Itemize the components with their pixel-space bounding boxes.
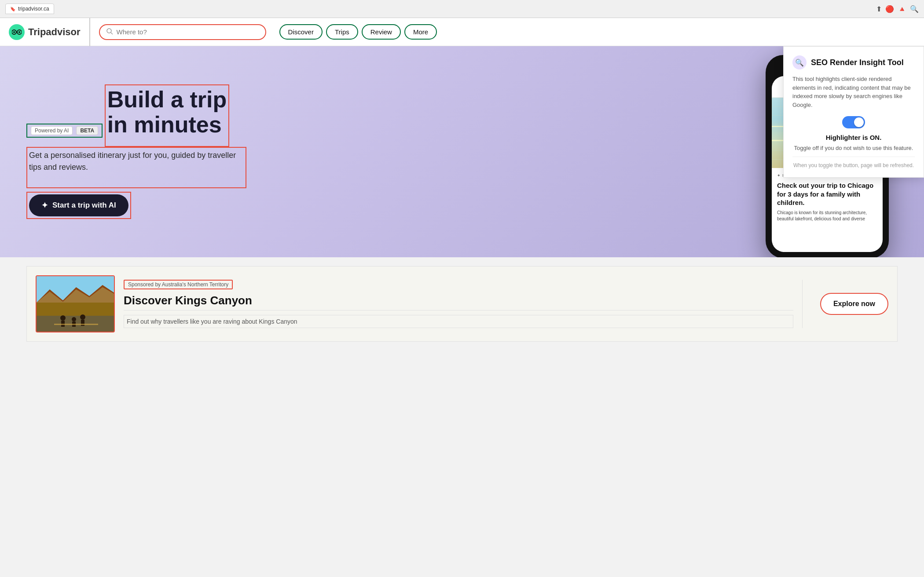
main-content: Powered by AI BETA Build a trip in minut… [0, 46, 924, 257]
svg-point-13 [72, 317, 76, 321]
tripadvisor-logo-icon [9, 24, 25, 40]
svg-point-2 [13, 31, 15, 33]
hero-title-wrapper: Build a trip in minutes [105, 84, 230, 147]
search-bar[interactable] [99, 24, 266, 40]
ad-section: Sponsored by Australia's Northern Territ… [26, 266, 898, 342]
hero-cta-wrapper: ✦ Start a trip with AI [26, 192, 131, 219]
browser-chrome: 🔖 tripadvisor.ca ⬆ 🔴 🔺 🔍 [0, 0, 924, 18]
ai-icon: ✦ [41, 201, 48, 210]
nav-more-button[interactable]: More [404, 24, 437, 40]
nav-buttons: Discover Trips Review More [279, 24, 437, 40]
svg-point-3 [18, 31, 20, 33]
hero-title: Build a trip in minutes [107, 87, 227, 137]
ad-description: Find out why travellers like you are rav… [124, 315, 793, 328]
svg-rect-17 [54, 324, 98, 325]
warning-button[interactable]: 🔺 [898, 5, 906, 13]
svg-point-4 [107, 29, 111, 33]
phone-content-title: Check out your trip to Chicago for 3 day… [777, 181, 877, 207]
hero-title-line1: Build a trip [107, 87, 227, 112]
extensions-button[interactable]: 🔴 [885, 5, 894, 13]
tab-url: tripadvisor.ca [18, 6, 49, 12]
seo-refresh-note: When you toggle the button, page will be… [792, 162, 915, 168]
toggle-knob [854, 117, 864, 127]
ad-section-wrapper: Sponsored by Australia's Northern Territ… [0, 257, 924, 351]
badge-beta: BETA [76, 126, 98, 135]
browser-tab[interactable]: 🔖 tripadvisor.ca [5, 4, 54, 14]
ad-image [36, 275, 115, 332]
hero-subtitle: Get a personalised itinerary just for yo… [29, 150, 244, 173]
badge-powered-by-ai: Powered by AI [31, 126, 73, 135]
hero-badges-wrapper: Powered by AI BETA [26, 124, 103, 138]
search-button[interactable]: 🔍 [910, 5, 919, 13]
search-input[interactable] [117, 28, 259, 36]
seo-divider [792, 157, 915, 157]
start-trip-ai-button[interactable]: ✦ Start a trip with AI [29, 194, 128, 216]
seo-popup: 🔍 SEO Render Insight Tool This tool high… [783, 46, 924, 178]
seo-tool-title: SEO Render Insight Tool [811, 58, 904, 67]
phone-content-desc: Chicago is known for its stunning archit… [777, 210, 877, 222]
browser-actions: ⬆ 🔴 🔺 🔍 [876, 5, 919, 13]
seo-toggle-row [792, 116, 915, 128]
explore-now-button[interactable]: Explore now [820, 293, 888, 315]
ad-text-area: Sponsored by Australia's Northern Territ… [124, 280, 803, 328]
ad-image-content [37, 276, 114, 332]
ad-image-svg [37, 276, 115, 332]
logo-text: Tripadvisor [28, 26, 81, 38]
ad-title: Discover Kings Canyon [124, 294, 793, 310]
seo-toggle-description: Toggle off if you do not wish to use thi… [792, 145, 915, 151]
seo-popup-title-area: 🔍 SEO Render Insight Tool [792, 55, 915, 69]
logo-area[interactable]: Tripadvisor [9, 18, 90, 46]
ad-sponsor-label: Sponsored by Australia's Northern Territ… [124, 280, 233, 289]
tab-favicon: 🔖 [10, 7, 15, 11]
hero-text-area: Powered by AI BETA Build a trip in minut… [26, 84, 246, 219]
ad-action-area: Explore now [811, 293, 888, 315]
nav-review-button[interactable]: Review [362, 24, 401, 40]
phone-ai-icon: ✦ [777, 173, 781, 178]
navbar: Tripadvisor Discover Trips Review More [0, 18, 924, 46]
cta-label: Start a trip with AI [52, 201, 116, 210]
seo-highlighter-toggle[interactable] [842, 116, 865, 128]
seo-highlighter-status: Highlighter is ON. [792, 134, 915, 141]
nav-trips-button[interactable]: Trips [326, 24, 358, 40]
seo-tool-description: This tool highlights client-side rendere… [792, 75, 915, 109]
svg-point-15 [80, 314, 85, 320]
hero-subtitle-wrapper: Get a personalised itinerary just for yo… [26, 147, 246, 188]
hero-title-line2: in minutes [107, 112, 222, 137]
search-icon [106, 28, 113, 37]
hero-section: Powered by AI BETA Build a trip in minut… [0, 46, 924, 257]
nav-discover-button[interactable]: Discover [279, 24, 323, 40]
svg-point-11 [60, 315, 66, 321]
share-button[interactable]: ⬆ [876, 5, 882, 13]
seo-tool-icon: 🔍 [792, 55, 807, 69]
svg-line-5 [111, 33, 113, 34]
